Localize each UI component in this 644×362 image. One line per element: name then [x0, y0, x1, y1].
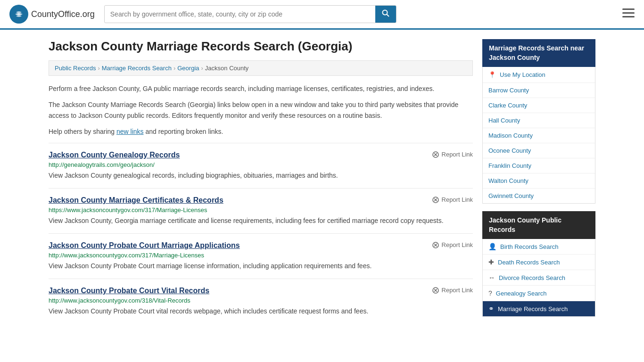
sidebar-gwinnett[interactable]: Gwinnett County: [483, 189, 595, 203]
report-icon-0: [432, 151, 439, 158]
result-title-0[interactable]: Jackson County Genealogy Records: [49, 151, 180, 159]
sidebar-hall[interactable]: Hall County: [483, 113, 595, 128]
location-icon: 📍: [488, 71, 496, 78]
logo[interactable]: CountyOffice.org: [9, 5, 95, 24]
search-input[interactable]: [105, 7, 375, 22]
sidebar-oconee[interactable]: Oconee County: [483, 143, 595, 158]
description-1: Perform a free Jackson County, GA public…: [49, 83, 473, 94]
breadcrumb: Public Records › Marriage Records Search…: [49, 60, 473, 76]
svg-rect-3: [622, 8, 635, 10]
death-records-link[interactable]: Death Records Search: [498, 259, 560, 266]
result-title-3[interactable]: Jackson County Probate Court Vital Recor…: [49, 287, 209, 295]
content-area: Jackson County Marriage Records Search (…: [49, 39, 473, 324]
result-header-3: Jackson County Probate Court Vital Recor…: [49, 287, 473, 295]
sidebar-walton[interactable]: Walton County: [483, 173, 595, 189]
genealogy-link[interactable]: Genealogy Search: [496, 290, 547, 297]
sidebar-death-records[interactable]: ✚ Death Records Search: [483, 255, 595, 270]
site-header: CountyOffice.org: [0, 0, 644, 30]
sidebar-barrow[interactable]: Barrow County: [483, 83, 595, 98]
report-link-1[interactable]: Report Link: [432, 196, 473, 204]
breadcrumb-sep-2: ›: [173, 65, 175, 72]
description-2: The Jackson County Marriage Records Sear…: [49, 99, 473, 121]
madison-county-link[interactable]: Madison County: [488, 132, 533, 139]
result-item-0: Jackson County Genealogy Records Report …: [49, 143, 473, 188]
clarke-county-link[interactable]: Clarke County: [488, 102, 527, 109]
menu-icon[interactable]: [622, 8, 635, 21]
report-link-3[interactable]: Report Link: [432, 287, 473, 294]
report-icon-2: [432, 241, 439, 249]
sidebar-divorce-records[interactable]: ↔ Divorce Records Search: [483, 270, 595, 286]
marriage-icon: ⚭: [488, 305, 494, 313]
sidebar-nearby-list: 📍 Use My Location Barrow County Clarke C…: [482, 67, 595, 204]
result-item-1: Jackson County Marriage Certificates & R…: [49, 188, 473, 233]
svg-rect-4: [622, 12, 635, 14]
sidebar: Marriage Records Search near Jackson Cou…: [482, 39, 595, 324]
logo-icon: [9, 5, 28, 24]
barrow-county-link[interactable]: Barrow County: [488, 87, 529, 94]
breadcrumb-current: Jackson County: [205, 65, 249, 72]
sidebar-nearby-section: Marriage Records Search near Jackson Cou…: [482, 39, 595, 204]
search-bar: [104, 5, 396, 23]
result-url-0[interactable]: http://genealogytrails.com/geo/jackson/: [49, 161, 473, 168]
breadcrumb-georgia[interactable]: Georgia: [177, 65, 199, 72]
result-header-0: Jackson County Genealogy Records Report …: [49, 151, 473, 159]
main-container: Jackson County Marriage Records Search (…: [39, 30, 605, 334]
breadcrumb-sep-1: ›: [98, 65, 99, 72]
svg-point-1: [382, 10, 387, 15]
result-item-3: Jackson County Probate Court Vital Recor…: [49, 279, 473, 324]
logo-text: CountyOffice.org: [31, 9, 95, 19]
result-url-3[interactable]: http://www.jacksoncountygov.com/318/Vita…: [49, 297, 473, 304]
result-desc-0: View Jackson County genealogical records…: [49, 171, 473, 181]
sidebar-public-records-list: 👤 Birth Records Search ✚ Death Records S…: [482, 239, 595, 317]
result-header-2: Jackson County Probate Court Marriage Ap…: [49, 241, 473, 250]
sidebar-madison[interactable]: Madison County: [483, 128, 595, 143]
sidebar-clarke[interactable]: Clarke County: [483, 98, 595, 113]
report-link-0[interactable]: Report Link: [432, 151, 473, 158]
search-button[interactable]: [375, 6, 396, 23]
sidebar-franklin[interactable]: Franklin County: [483, 158, 595, 173]
result-desc-3: View Jackson County Probate Court vital …: [49, 306, 473, 316]
sidebar-public-records-header: Jackson County Public Records: [482, 211, 595, 239]
use-location-link[interactable]: Use My Location: [500, 71, 545, 78]
birth-records-link[interactable]: Birth Records Search: [500, 243, 559, 250]
sidebar-nearby-header: Marriage Records Search near Jackson Cou…: [482, 39, 595, 67]
svg-rect-5: [622, 16, 635, 17]
use-location-item[interactable]: 📍 Use My Location: [483, 67, 595, 83]
birth-icon: 👤: [488, 243, 496, 250]
sidebar-birth-records[interactable]: 👤 Birth Records Search: [483, 239, 595, 255]
result-title-1[interactable]: Jackson County Marriage Certificates & R…: [49, 196, 223, 205]
report-icon-1: [432, 196, 439, 204]
new-links[interactable]: new links: [116, 128, 144, 135]
marriage-records-link[interactable]: Marriage Records Search: [498, 305, 568, 313]
breadcrumb-public-records[interactable]: Public Records: [55, 65, 96, 72]
breadcrumb-sep-3: ›: [201, 65, 203, 72]
genealogy-icon: ?: [488, 289, 492, 297]
result-item-2: Jackson County Probate Court Marriage Ap…: [49, 233, 473, 279]
svg-line-2: [387, 15, 389, 17]
sidebar-marriage-records[interactable]: ⚭ Marriage Records Search: [483, 301, 595, 316]
result-url-1[interactable]: https://www.jacksoncountygov.com/317/Mar…: [49, 206, 473, 214]
description-3: Help others by sharing new links and rep…: [49, 126, 473, 137]
report-icon-3: [432, 287, 439, 294]
result-desc-2: View Jackson County Probate Court marria…: [49, 261, 473, 271]
result-header-1: Jackson County Marriage Certificates & R…: [49, 196, 473, 205]
franklin-county-link[interactable]: Franklin County: [488, 162, 531, 169]
gwinnett-county-link[interactable]: Gwinnett County: [488, 192, 534, 199]
page-title: Jackson County Marriage Records Search (…: [49, 39, 473, 54]
death-icon: ✚: [488, 258, 494, 266]
walton-county-link[interactable]: Walton County: [488, 177, 528, 184]
divorce-icon: ↔: [488, 274, 495, 281]
result-desc-1: View Jackson County, Georgia marriage ce…: [49, 216, 473, 226]
divorce-records-link[interactable]: Divorce Records Search: [499, 274, 565, 281]
hall-county-link[interactable]: Hall County: [488, 117, 520, 124]
sidebar-genealogy[interactable]: ? Genealogy Search: [483, 286, 595, 301]
report-link-2[interactable]: Report Link: [432, 241, 473, 249]
breadcrumb-marriage-search[interactable]: Marriage Records Search: [102, 65, 172, 72]
sidebar-public-records-section: Jackson County Public Records 👤 Birth Re…: [482, 211, 595, 317]
result-url-2[interactable]: http://www.jacksoncountygov.com/317/Marr…: [49, 252, 473, 259]
result-title-2[interactable]: Jackson County Probate Court Marriage Ap…: [49, 241, 240, 250]
oconee-county-link[interactable]: Oconee County: [488, 147, 531, 154]
